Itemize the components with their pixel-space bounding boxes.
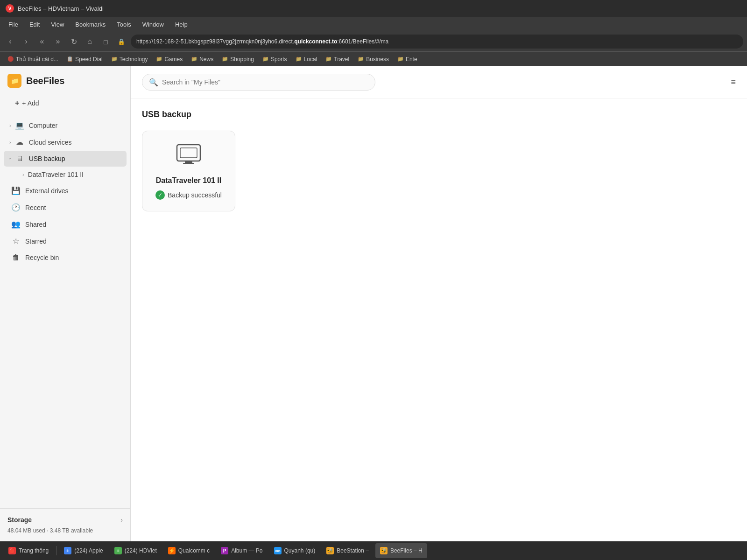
svg-rect-1	[180, 148, 197, 158]
bookmark-business[interactable]: 📁 Business	[354, 55, 393, 64]
app-title: BeeFiles	[26, 76, 64, 86]
bookmark-news[interactable]: 📁 News	[187, 55, 217, 64]
bookmark-local[interactable]: 📁 Local	[292, 55, 321, 64]
bookmark-speeddial[interactable]: 📋 Speed Dial	[63, 55, 106, 64]
bookmark-icon-news: 📁	[191, 56, 197, 62]
taskbar-icon-beefiles: 🐝	[380, 547, 388, 554]
menu-view[interactable]: View	[46, 19, 69, 30]
url-text: https://192-168-2-51.bkbgspz98l37vgg2jzr…	[136, 38, 388, 45]
section-title: USB backup	[142, 110, 736, 119]
taskbar-item-beestation[interactable]: 🐝 BeeStation –	[322, 543, 374, 558]
computer-icon: 💻	[15, 121, 24, 130]
content-header: 🔍 ≡	[131, 66, 747, 98]
taskbar-icon-apple: +	[64, 547, 71, 554]
url-bar[interactable]: https://192-168-2-51.bkbgspz98l37vgg2jzr…	[131, 35, 743, 49]
device-name: DataTraveler 101 II	[156, 176, 222, 185]
content-body: USB backup DataTraveler 101 II ✓ Backup …	[131, 98, 747, 541]
back-button[interactable]: ‹	[4, 35, 17, 48]
bookmarks-bar: 🔴 Thủ thuật cài d... 📋 Speed Dial 📁 Tech…	[0, 51, 747, 66]
main-content: 🔍 ≡ USB backup DataTraveler 101 II	[131, 66, 747, 541]
bookmark-games[interactable]: 📁 Games	[152, 55, 186, 64]
menu-file[interactable]: File	[4, 19, 23, 30]
recycle-bin-icon: 🗑	[11, 253, 21, 262]
recent-icon: 🕐	[11, 203, 21, 212]
bookmark-shopping[interactable]: 📁 Shopping	[218, 55, 258, 64]
filter-icon[interactable]: ≡	[731, 77, 736, 87]
bookmark-icon-ente: 📁	[397, 56, 404, 62]
taskbar-icon-qualcomm: ⚡	[168, 547, 176, 554]
sidebar-item-shared-label: Shared	[25, 221, 46, 228]
url-bold: quickconnect.to	[294, 38, 337, 45]
sidebar-item-shared[interactable]: 👥 Shared	[4, 216, 127, 232]
menu-help[interactable]: Help	[170, 19, 192, 30]
storage-expand-icon[interactable]: ›	[120, 516, 123, 524]
bookmark-ente[interactable]: 📁 Ente	[394, 55, 421, 64]
reload-button[interactable]: ↻	[67, 35, 80, 48]
taskbar-item-apple[interactable]: + (224) Apple	[59, 543, 107, 558]
menu-tools[interactable]: Tools	[112, 19, 135, 30]
chevron-icon: ›	[9, 123, 11, 128]
forward-button[interactable]: ›	[20, 35, 33, 48]
menu-bookmarks[interactable]: Bookmarks	[70, 19, 110, 30]
bookmark-thuthuatcaid[interactable]: 🔴 Thủ thuật cài d...	[4, 55, 62, 64]
cloud-icon: ☁	[15, 138, 24, 147]
bookmark-sports[interactable]: 📁 Sports	[259, 55, 291, 64]
storage-header: Storage ›	[7, 516, 123, 524]
chevron-dt-icon: ›	[22, 172, 24, 177]
storage-used: 48.04 MB used	[7, 527, 45, 534]
sidebar-item-recent[interactable]: 🕐 Recent	[4, 199, 127, 216]
search-input[interactable]	[162, 78, 368, 86]
taskbar-icon-trangthong: 🔴	[8, 547, 16, 554]
chevron-usb-icon: ›	[7, 158, 13, 160]
taskbar-item-beefiles[interactable]: 🐝 BeeFiles – H	[375, 543, 427, 558]
taskbar-item-trangthong[interactable]: 🔴 Trang thông	[4, 543, 53, 558]
sidebar-item-external-drives[interactable]: 💾 External drives	[4, 182, 127, 199]
bookmark-icon-sports: 📁	[262, 56, 269, 62]
bookmark-icon-tech: 📁	[111, 56, 118, 62]
sidebar-item-recycle-bin[interactable]: 🗑 Recycle bin	[4, 250, 127, 266]
device-card[interactable]: DataTraveler 101 II ✓ Backup successful	[142, 131, 235, 211]
taskbar-icon-album: P	[221, 547, 228, 554]
bookmark-icon-red: 🔴	[7, 56, 14, 62]
taskbar-divider-1	[56, 546, 56, 555]
sidebar-item-computer[interactable]: › 💻 Computer	[4, 117, 127, 133]
title-bar: V BeeFiles – HDVietnam – Vivaldi	[0, 0, 747, 17]
beefiles-logo-icon: 📁	[7, 74, 21, 88]
sidebar-item-datatraveler-label: DataTraveler 101 II	[28, 171, 84, 178]
add-button[interactable]: + + Add	[7, 95, 123, 111]
sidebar-item-usb-backup[interactable]: › 🖥 USB backup	[4, 151, 127, 167]
menu-edit[interactable]: Edit	[25, 19, 44, 30]
bookmark-travel[interactable]: 📁 Travel	[322, 55, 353, 64]
sidebar-item-cloud[interactable]: › ☁ Cloud services	[4, 134, 127, 150]
bookmark-icon-speeddial: 📋	[67, 56, 73, 62]
lock-icon: 🔒	[115, 35, 128, 48]
address-bar: ‹ › « » ↻ ⌂ ◻ 🔒 https://192-168-2-51.bkb…	[0, 32, 747, 51]
sidebar-item-starred-label: Starred	[25, 238, 47, 245]
search-bar[interactable]: 🔍	[142, 74, 375, 91]
taskbar-item-album[interactable]: P Album — Po	[216, 543, 267, 558]
taskbar-item-hdviet[interactable]: + (224) HDViet	[110, 543, 162, 558]
menu-bar: File Edit View Bookmarks Tools Window He…	[0, 17, 747, 32]
chevron-cloud-icon: ›	[9, 140, 11, 145]
sidebar-item-cloud-label: Cloud services	[29, 139, 72, 146]
forward-double-button[interactable]: »	[51, 35, 64, 48]
svg-rect-3	[183, 163, 194, 164]
bookmark-technology[interactable]: 📁 Technology	[107, 55, 152, 64]
browser-title: BeeFiles – HDVietnam – Vivaldi	[18, 5, 104, 12]
sidebar-item-datatraveler[interactable]: › DataTraveler 101 II	[4, 167, 127, 182]
backup-success-icon: ✓	[155, 190, 165, 200]
storage-section: Storage › 48.04 MB used · 3.48 TB availa…	[0, 508, 130, 541]
vivaldi-icon: V	[6, 4, 14, 13]
sidebar-item-starred[interactable]: ☆ Starred	[4, 233, 127, 249]
back-double-button[interactable]: «	[35, 35, 49, 48]
device-card-icon	[175, 142, 203, 171]
home-button[interactable]: ⌂	[83, 35, 96, 48]
sidebar-item-computer-label: Computer	[29, 122, 57, 129]
taskbar-item-quyanh[interactable]: ibb Quyanh (qu)	[269, 543, 320, 558]
taskbar-icon-hdviet: +	[114, 547, 122, 554]
storage-title: Storage	[7, 516, 32, 524]
app-container: 📁 BeeFiles + + Add › 💻 Computer › ☁ Clou…	[0, 66, 747, 541]
sidebar-item-external-label: External drives	[25, 187, 69, 195]
menu-window[interactable]: Window	[138, 19, 169, 30]
taskbar-item-qualcomm[interactable]: ⚡ Qualcomm c	[163, 543, 214, 558]
